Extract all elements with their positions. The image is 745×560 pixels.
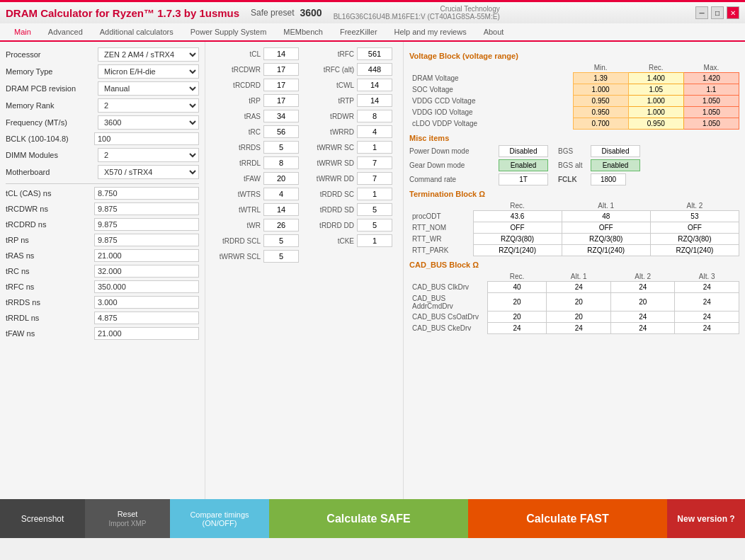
timing-input-tRFC[interactable] <box>357 47 392 60</box>
nav-bar: Main Advanced Additional calculators Pow… <box>0 23 745 42</box>
volt-max: 1.050 <box>683 96 739 107</box>
motherboard-select[interactable]: X570 / sTRX4 <box>98 165 199 179</box>
calculate-fast-button[interactable]: Calculate FAST <box>468 499 667 538</box>
cad-alt3: 24 <box>675 293 739 312</box>
nav-help[interactable]: Help and my reviews <box>386 23 475 42</box>
nav-about[interactable]: About <box>475 23 513 42</box>
voltage-row: VDDG IOD Voltage 0.950 1.000 1.050 <box>409 107 739 118</box>
trc-ns-input[interactable] <box>94 265 199 278</box>
timing-input-tRDWR[interactable] <box>357 110 392 122</box>
power-down-row: Power Down mode Disabled BGS Disabled <box>409 145 739 157</box>
timing-label-tRFC: tRFC <box>305 50 354 58</box>
timing-label-tWRWR DD: tWRWR DD <box>305 175 354 183</box>
crucial-info: Crucial Technology BL16G36C16U4B.M16FE1:… <box>334 5 500 21</box>
timing-input-tRCDWR[interactable] <box>263 63 299 76</box>
calculate-safe-button[interactable]: Calculate SAFE <box>269 499 468 538</box>
timing-input-tRDRD DD[interactable] <box>357 219 392 232</box>
frequency-select[interactable]: 3600 <box>98 115 199 130</box>
crucial-line1: Crucial Technology <box>334 5 500 13</box>
nav-power-supply[interactable]: Power Supply System <box>182 23 275 42</box>
cad-alt2: 24 <box>610 312 675 323</box>
nav-advanced[interactable]: Advanced <box>40 23 91 42</box>
timing-input-tWRWR SC[interactable] <box>357 141 392 154</box>
timing-row: tCWL <box>305 79 392 91</box>
timing-input-tRDRD SCL[interactable] <box>263 234 299 247</box>
dram-pcb-select[interactable]: Manual <box>98 81 199 96</box>
timing-input-tRAS[interactable] <box>263 110 299 122</box>
timing-input-tWR[interactable] <box>263 219 299 232</box>
timing-input-tWRWR SD[interactable] <box>357 156 392 169</box>
timing-row: tRCDWR <box>211 63 299 76</box>
nav-freezkiller[interactable]: FreezKiller <box>331 23 386 42</box>
app-title: DRAM Calculator for Ryzen™ 1.7.3 by 1usm… <box>6 7 239 19</box>
volt-label: DRAM Voltage <box>409 73 573 84</box>
import-xmp-button[interactable]: Import XMP <box>109 520 147 527</box>
nav-additional[interactable]: Additional calculators <box>91 23 182 42</box>
memory-rank-select[interactable]: 2 <box>98 98 199 113</box>
timing-input-tCKE[interactable] <box>357 234 392 247</box>
timing-input-tCL[interactable] <box>263 47 299 60</box>
timing-row: tRDRD SC <box>305 188 392 200</box>
timing-input-tRFC (alt)[interactable] <box>357 63 392 76</box>
termination-block-title: Termination Block Ω <box>409 190 739 198</box>
timing-input-tWRWR DD[interactable] <box>357 172 392 185</box>
bclk-input[interactable] <box>94 132 199 145</box>
trp-ns-input[interactable] <box>94 234 199 246</box>
timing-input-tRRDS[interactable] <box>263 141 299 154</box>
dimm-select[interactable]: 2 <box>98 148 199 162</box>
timing-input-tRC[interactable] <box>263 125 299 138</box>
trrds-ns-input[interactable] <box>94 296 199 309</box>
timing-label-tRAS: tRAS <box>211 113 261 120</box>
command-rate-label: Command rate <box>409 176 494 183</box>
timing-row: tRDRD SCL <box>211 234 299 247</box>
term-label: RTT_WR <box>409 234 473 245</box>
tcl-ns-input[interactable] <box>94 187 199 200</box>
new-version-button[interactable]: New version ? <box>667 499 745 538</box>
nav-membench[interactable]: MEMbench <box>275 23 331 42</box>
memory-rank-label: Memory Rank <box>6 101 98 110</box>
voltage-row: VDDG CCD Voltage 0.950 1.000 1.050 <box>409 96 739 107</box>
trcdrd-ns-input[interactable] <box>94 218 199 231</box>
timing-input-tRP[interactable] <box>263 94 299 107</box>
nav-main[interactable]: Main <box>6 23 40 42</box>
timing-input-tWRWR SCL[interactable] <box>263 250 299 263</box>
cad-row: CAD_BUS AddrCmdDrv 20 20 20 24 <box>409 293 739 312</box>
screenshot-button[interactable]: Screenshot <box>0 499 85 538</box>
timing-input-tRDRD SC[interactable] <box>357 188 392 200</box>
cad-row: CAD_BUS ClkDrv 40 24 24 24 <box>409 282 739 293</box>
reset-button[interactable]: Reset <box>118 510 138 518</box>
term-label: procODT <box>409 211 473 222</box>
compare-button[interactable]: Compare timings(ON/OFF) <box>170 499 269 538</box>
timing-input-tRRDL[interactable] <box>263 156 299 169</box>
tras-ns-input[interactable] <box>94 249 199 262</box>
volt-rec: 0.950 <box>628 118 683 130</box>
trrdl-ns-input[interactable] <box>94 312 199 324</box>
minimize-button[interactable]: ─ <box>695 6 708 19</box>
timing-input-tWRRD[interactable] <box>357 125 392 138</box>
timing-input-tCWL[interactable] <box>357 79 392 91</box>
term-rec: OFF <box>473 222 562 234</box>
cad-col-alt1: Alt. 1 <box>547 272 611 282</box>
trcdwr-ns-input[interactable] <box>94 202 199 215</box>
timing-input-tRDRD SD[interactable] <box>357 203 392 216</box>
term-alt2: 53 <box>650 211 739 222</box>
volt-max: 1.1 <box>683 84 739 96</box>
bclk-label: BCLK (100-104.8) <box>6 135 94 143</box>
memory-type-select[interactable]: Micron E/H-die <box>98 64 199 79</box>
middle-panel: tCLtRCDWRtRCDRDtRPtRAStRCtRRDStRRDLtFAWt… <box>205 42 404 499</box>
volt-label: VDDG CCD Voltage <box>409 96 573 107</box>
termination-table: Rec. Alt. 1 Alt. 2 procODT 43.6 48 53RTT… <box>409 201 739 256</box>
timing-input-tWTRS[interactable] <box>263 188 299 200</box>
maximize-button[interactable]: □ <box>711 6 724 19</box>
volt-min: 1.000 <box>573 84 628 96</box>
close-button[interactable]: ✕ <box>727 6 739 19</box>
processor-select[interactable]: ZEN 2 AM4 / sTRX4 <box>98 47 199 62</box>
timing-input-tRCDRD[interactable] <box>263 79 299 91</box>
timing-input-tWTRL[interactable] <box>263 203 299 216</box>
timing-input-tRTP[interactable] <box>357 94 392 107</box>
trfc-ns-input[interactable] <box>94 280 199 293</box>
window-controls: ─ □ ✕ <box>695 6 739 19</box>
tfaw-ns-input[interactable] <box>94 327 199 340</box>
trrdl-ns-label: tRRDL ns <box>6 314 94 322</box>
timing-input-tFAW[interactable] <box>263 172 299 185</box>
